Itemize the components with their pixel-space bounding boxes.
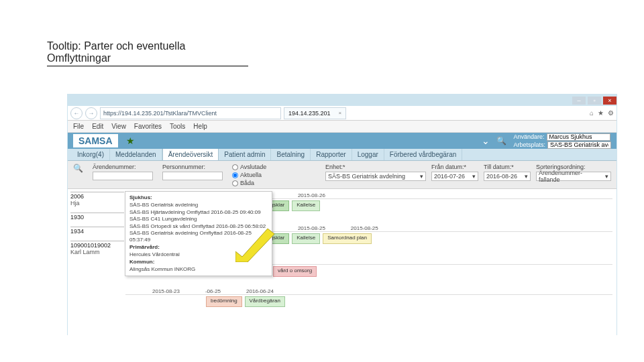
unit-value: SÄS-BS Geriatrisk avdelning [328, 173, 405, 180]
tooltip-section-primarvard: Primärvård: [129, 244, 268, 251]
sort-select[interactable]: Ärendenummer-fallande ▾ [536, 172, 611, 181]
tooltip-line: Hercules Vårdcentral [129, 251, 268, 258]
status-block[interactable]: Kallelse [292, 200, 320, 211]
tooltip-line: Alingsås Kommun INKORG [129, 266, 268, 273]
home-icon[interactable]: ⌂ [590, 109, 594, 117]
status-block[interactable]: bedömning [206, 296, 242, 307]
pnr-label: Personnummer: [162, 164, 223, 170]
from-date-select[interactable]: 2016-07-26 ▾ [431, 172, 478, 181]
case-list: 2006 Hja 1930 1934 109001019002 Karl Lam… [70, 192, 124, 256]
unit-select[interactable]: SÄS-BS Geriatrisk avdelning ▾ [325, 172, 426, 181]
case-row[interactable]: 109001019002 Karl Lamm [70, 241, 124, 256]
menu-help[interactable]: Help [193, 123, 207, 130]
app-brand: SAMSA [73, 134, 118, 147]
tab-forbered[interactable]: Förbered vårdbegäran [384, 149, 463, 160]
star-icon[interactable]: ★ [126, 135, 135, 146]
case-row[interactable]: 2006 Hja [70, 192, 124, 207]
date-cell: 2015-08-26 [298, 192, 325, 198]
caseno-input[interactable] [93, 172, 153, 180]
tooltip-line: SÄS-BS Geriatrisk avdelning [129, 202, 268, 208]
window-close-button[interactable]: × [603, 97, 616, 105]
date-cell: 2015-08-23 [152, 288, 180, 294]
radio-both[interactable] [232, 180, 238, 186]
app-tabs: Inkorg(4) Meddelanden Ärendeöversikt Pat… [68, 149, 616, 161]
search-icon[interactable]: 🔍 [496, 136, 506, 145]
window-maximize-button[interactable]: ▫ [588, 97, 601, 105]
radio-active-label: Aktuella [240, 172, 262, 178]
chevron-down-icon: ▾ [605, 173, 608, 180]
status-block[interactable]: Kallelse [292, 233, 320, 244]
date-cell: 2015-08-25 [351, 225, 378, 231]
tab-inkorg[interactable]: Inkorg(4) [72, 149, 110, 160]
pnr-input[interactable] [162, 172, 223, 180]
case-row[interactable]: 1934 [70, 227, 124, 235]
filter-bar: 🔍 Ärendenummer: Personnummer: Avslutade … [68, 161, 616, 189]
url-bar[interactable]: https://194.14.235.201/TstKlara/TMVClien… [100, 107, 281, 119]
tab-meddelanden[interactable]: Meddelanden [110, 149, 162, 160]
from-label: Från datum:* [431, 164, 478, 170]
case-row[interactable]: 1930 [70, 213, 124, 221]
menu-view[interactable]: View [111, 123, 126, 130]
chevron-down-icon: ▾ [525, 173, 528, 180]
case-id: 1930 [70, 214, 124, 221]
status-block[interactable]: Samordnad plan [323, 233, 372, 244]
tab-arendeoversikt[interactable]: Ärendeöversikt [162, 148, 219, 160]
date-cell: 2016-06-24 [246, 288, 274, 294]
status-block[interactable]: Vårdbegäran [245, 296, 285, 307]
case-id: 109001019002 [70, 242, 124, 249]
browser-nav-row: ← → https://194.14.235.201/TstKlara/TMVC… [68, 106, 616, 121]
tab-close-icon[interactable]: × [339, 110, 342, 116]
parter-tooltip: Sjukhus: SÄS-BS Geriatrisk avdelning SÄS… [125, 191, 272, 276]
radio-closed-label: Avslutade [240, 164, 266, 170]
workplace-label: Arbetsplats: [513, 141, 545, 148]
case-name: Hja [70, 200, 124, 206]
status-block[interactable]: vård o omsorg [273, 266, 317, 277]
radio-active[interactable] [232, 172, 238, 178]
status-radio-group: Avslutade Aktuella Båda [232, 164, 266, 186]
date-cell: 2015-08-25 [298, 225, 325, 231]
forward-button[interactable]: → [85, 107, 97, 119]
tab-betalning[interactable]: Betalning [271, 149, 311, 160]
window-minimize-button[interactable]: – [572, 97, 586, 105]
filter-search-icon[interactable]: 🔍 [73, 164, 83, 173]
user-info-block: Användare: Arbetsplats: [513, 133, 611, 149]
settings-icon[interactable]: ⚙ [608, 109, 614, 117]
tooltip-line: SÄS-BS Hjärtavdelning Omflyttad 2016-08-… [129, 209, 268, 216]
chevron-down-icon: ▾ [472, 173, 476, 180]
favorites-icon[interactable]: ★ [598, 109, 604, 117]
caseno-label: Ärendenummer: [93, 164, 153, 170]
radio-closed[interactable] [232, 164, 238, 170]
tooltip-section-sjukhus: Sjukhus: [129, 194, 268, 201]
menu-file[interactable]: File [73, 123, 84, 130]
to-date-select[interactable]: 2016-08-26 ▾ [484, 172, 531, 181]
menu-tools[interactable]: Tools [170, 123, 185, 130]
browser-menu-bar: File Edit View Favorites Tools Help [68, 121, 616, 133]
browser-tab[interactable]: 194.14.235.201 × [284, 107, 346, 119]
workplace-field[interactable] [547, 141, 611, 149]
chevron-down-icon: ▾ [420, 173, 423, 180]
window-titlebar: – ▫ × [68, 95, 616, 106]
tab-rapporter[interactable]: Rapporter [311, 149, 352, 160]
tooltip-line: SÄS-BS Ortopedi sk vård Omflyttad 2016-0… [129, 223, 268, 230]
tab-patient-admin[interactable]: Patient admin [219, 149, 271, 160]
menu-favorites[interactable]: Favorites [134, 123, 162, 130]
browser-frame: – ▫ × ← → https://194.14.235.201/TstKlar… [67, 94, 617, 335]
tooltip-line: SÄS-BS C41 Lungavdelning [129, 216, 268, 223]
chevron-down-icon[interactable]: ⌄ [482, 135, 490, 146]
menu-edit[interactable]: Edit [92, 123, 103, 130]
app-header: SAMSA ★ ⌄ 🔍 Användare: Arbetsplats: [68, 133, 616, 149]
user-field[interactable] [547, 133, 610, 141]
radio-both-label: Båda [240, 180, 254, 186]
date-cell: -06-25 [205, 288, 221, 294]
case-id: 2006 [70, 193, 124, 200]
tooltip-section-kommun: Kommun: [129, 259, 268, 265]
to-value: 2016-08-26 [486, 173, 517, 180]
back-button[interactable]: ← [70, 107, 83, 119]
from-value: 2016-07-26 [434, 173, 465, 180]
to-label: Till datum:* [484, 164, 531, 170]
tab-title: 194.14.235.201 [288, 110, 331, 117]
case-id: 1934 [70, 228, 124, 235]
unit-label: Enhet:* [325, 164, 426, 170]
user-label: Användare: [513, 133, 544, 140]
tab-loggar[interactable]: Loggar [352, 149, 384, 160]
